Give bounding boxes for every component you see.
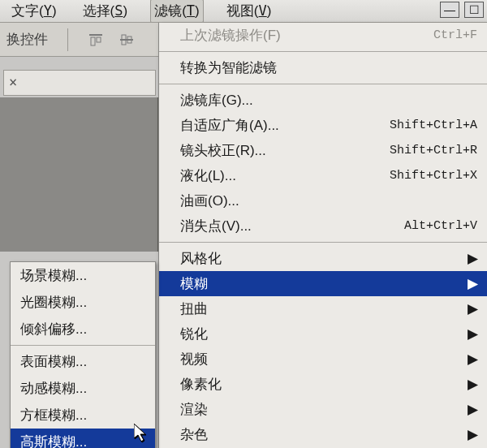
motion-blur-item[interactable]: 动感模糊... <box>11 375 155 402</box>
align-top-icon[interactable] <box>88 32 104 48</box>
surface-blur-item[interactable]: 表面模糊... <box>11 348 155 375</box>
blur-submenu-panel: 场景模糊... 光圈模糊... 倾斜偏移... 表面模糊... 动感模糊... … <box>10 261 156 448</box>
menu-filter[interactable]: 滤镜(T) <box>150 0 204 23</box>
minimize-button[interactable]: — <box>440 2 459 18</box>
align-center-icon[interactable] <box>119 32 135 48</box>
oil-paint-item[interactable]: 油画(O)... <box>159 188 487 213</box>
window-buttons: — ☐ <box>440 2 484 18</box>
options-label: 换控件 <box>6 30 48 49</box>
video-submenu[interactable]: 视频▶ <box>159 347 487 372</box>
last-filter-item: 上次滤镜操作(F) Ctrl+F <box>159 23 487 48</box>
filter-gallery-item[interactable]: 滤镜库(G)... <box>159 88 487 113</box>
blur-submenu[interactable]: 模糊▶ <box>159 271 487 296</box>
pixelate-submenu[interactable]: 像素化▶ <box>159 372 487 397</box>
svg-rect-2 <box>97 37 101 42</box>
menu-select[interactable]: 选择(S) <box>80 0 131 22</box>
field-blur-item[interactable]: 场景模糊... <box>11 262 155 289</box>
menu-text[interactable]: 文字(Y) <box>8 0 60 22</box>
canvas-area <box>0 97 158 252</box>
gaussian-blur-item[interactable]: 高斯模糊... <box>11 429 155 448</box>
maximize-button[interactable]: ☐ <box>464 2 484 18</box>
sharpen-submenu[interactable]: 锐化▶ <box>159 321 487 347</box>
svg-rect-0 <box>89 34 102 36</box>
adaptive-wideangle-item[interactable]: 自适应广角(A)...Shift+Ctrl+A <box>159 113 487 138</box>
render-submenu[interactable]: 渲染▶ <box>159 397 487 422</box>
iris-blur-item[interactable]: 光圈模糊... <box>11 289 155 316</box>
convert-smart-filter-item[interactable]: 转换为智能滤镜 <box>159 55 487 80</box>
vanishing-point-item[interactable]: 消失点(V)...Alt+Ctrl+V <box>159 213 487 239</box>
menubar: 文字(Y) 选择(S) 滤镜(T) 视图(V) — ☐ <box>0 0 487 23</box>
tab-well: × <box>3 70 156 96</box>
menu-view[interactable]: 视图(V) <box>223 0 275 22</box>
distort-submenu[interactable]: 扭曲▶ <box>159 296 487 321</box>
box-blur-item[interactable]: 方框模糊... <box>11 402 155 429</box>
noise-submenu[interactable]: 杂色▶ <box>159 422 487 447</box>
lens-correction-item[interactable]: 镜头校正(R)...Shift+Ctrl+R <box>159 138 487 163</box>
tilt-shift-item[interactable]: 倾斜偏移... <box>11 316 155 342</box>
svg-rect-1 <box>91 37 95 45</box>
filter-dropdown: 上次滤镜操作(F) Ctrl+F 转换为智能滤镜 滤镜库(G)... 自适应广角… <box>158 23 487 448</box>
stylize-submenu[interactable]: 风格化▶ <box>159 246 487 271</box>
liquify-item[interactable]: 液化(L)...Shift+Ctrl+X <box>159 163 487 188</box>
close-tab-icon[interactable]: × <box>9 74 17 90</box>
